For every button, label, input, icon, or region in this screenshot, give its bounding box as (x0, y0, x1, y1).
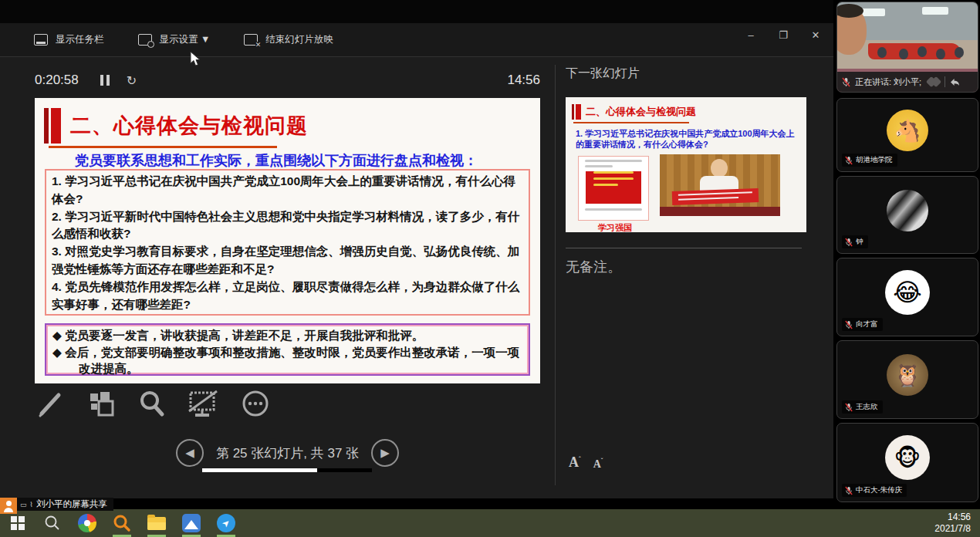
microphone-muted-icon (845, 403, 853, 412)
elapsed-timer: 0:20:58 (35, 73, 79, 88)
next-slide-panel: 下一张幻灯片 二、心得体会与检视问题 1. 学习习近平总书记在庆祝中国共产党成立… (566, 66, 830, 276)
restart-timer-button[interactable]: ↻ (127, 73, 137, 88)
participant-name-tag: 向才富 (842, 318, 883, 331)
notes-placeholder: 无备注。 (566, 258, 830, 276)
participant-video[interactable]: 🐵 中石大-朱传庆 (836, 423, 978, 502)
paper-plane-icon: ➤ (217, 514, 235, 532)
preview-title-underline (573, 122, 689, 123)
screen-share-indicator[interactable]: ▭ ⌇ 刘小平的屏幕共享 (0, 498, 113, 514)
xuexi-qiangguo-label: 学习强国 (598, 222, 632, 234)
black-screen-icon[interactable] (188, 389, 220, 421)
next-slide-heading: 下一张幻灯片 (566, 66, 830, 82)
display-settings-icon (138, 34, 152, 46)
meeting-watermark-icon (928, 78, 940, 86)
panel-divider (555, 65, 556, 485)
checklist-item: 1. 学习习近平总书记在庆祝中国共产党成立100周年大会上的重要讲话情况，有什么… (52, 173, 523, 208)
pause-timer-button[interactable] (100, 75, 110, 86)
close-button[interactable]: ✕ (809, 29, 823, 41)
more-options-icon[interactable] (241, 389, 270, 421)
search-app-button[interactable] (110, 509, 133, 537)
search-icon (44, 515, 61, 532)
microphone-muted-icon (845, 320, 853, 329)
slide-navigation: ◀ 第 25 张幻灯片, 共 37 张 ▶ (35, 439, 540, 467)
participant-name-tag: 胡港地学院 (842, 154, 897, 167)
slideshow-progress-bar (202, 468, 372, 472)
increase-font-button[interactable]: Aˆ (569, 454, 581, 471)
meeting-app-button[interactable]: ➤ (215, 509, 238, 537)
checklist-item: 2. 学习习近平新时代中国特色社会主义思想和党中央指定学习材料情况，读了多少，有… (52, 208, 523, 244)
current-slide: 二、心得体会与检视问题 党员要联系思想和工作实际，重点围绕以下方面进行盘点和检视… (35, 98, 540, 383)
participant-name: 王志欣 (856, 402, 878, 412)
checklist-item: 3. 对照党史学习教育目标要求，自身在坚定理想信念、增强历史自觉、弘扬优良传统、… (52, 243, 523, 279)
file-explorer-button[interactable] (145, 509, 168, 537)
previous-slide-button[interactable]: ◀ (176, 439, 204, 467)
next-slide-button[interactable]: ▶ (371, 439, 399, 467)
slide-subtitle: 党员要联系思想和工作实际，重点围绕以下方面进行盘点和检视： (75, 151, 478, 170)
folder-icon (147, 517, 166, 530)
title-accent-bar (44, 108, 49, 144)
active-speaker-video[interactable]: 正在讲话: 刘小平; (836, 2, 978, 93)
taskbar-time: 14:56 (934, 512, 971, 523)
decrease-font-button[interactable]: Aˇ (593, 458, 603, 471)
preview-speaker-photo (660, 154, 780, 216)
participant-video[interactable]: 😂 向才富 (836, 258, 978, 336)
photos-app-button[interactable] (180, 509, 203, 537)
participant-name-tag: 中石大-朱传庆 (842, 484, 907, 497)
avatar-owl-photo: 🦉 (887, 354, 928, 396)
current-time: 14:56 (507, 73, 540, 88)
avatar-monkey-cartoon: 🐵 (885, 435, 930, 480)
windows-logo-icon (11, 516, 25, 530)
end-slideshow-icon (244, 34, 258, 46)
checklist-box: 1. 学习习近平总书记在庆祝中国共产党成立100周年大会上的重要讲话情况，有什么… (45, 169, 530, 316)
speaking-label: 正在讲话: 刘小平; (855, 76, 921, 88)
microphone-muted-icon (842, 77, 850, 87)
preview-slide-text: 1. 学习习近平总书记在庆祝中国共产党成立100周年大会上的重要讲话情况，有什么… (576, 128, 798, 150)
title-accent-bar (51, 108, 61, 144)
preview-accent-bars (572, 104, 581, 120)
restore-button[interactable]: ❐ (776, 29, 790, 41)
pen-tool-icon[interactable] (37, 389, 66, 421)
checklist-item: 4. 党员先锋模范作用发挥怎么样，立足岗位、履职尽责做得怎么样，为身边群众做了什… (52, 279, 523, 314)
display-settings-button[interactable]: 显示设置 ▼ (138, 33, 211, 46)
mouse-cursor-icon (190, 51, 201, 70)
requirement-item: ◆ 党员要逐一发言，讲收获提高，讲差距不足，开展自我批评和批评。 (52, 327, 522, 344)
preview-slide-title: 二、心得体会与检视问题 (586, 105, 696, 119)
requirement-item: ◆ 会后，党支部要明确整改事项和整改措施、整改时限，党员要作出整改承诺，一项一项… (52, 344, 522, 377)
participant-video[interactable]: 🐴 胡港地学院 (836, 98, 978, 172)
participant-video[interactable]: 钟 (836, 176, 978, 254)
notes-font-controls: Aˆ Aˇ (569, 454, 603, 471)
zoom-slide-icon[interactable] (137, 389, 167, 421)
window-controls: – ❐ ✕ (744, 23, 829, 46)
end-slideshow-label: 结束幻灯片放映 (265, 33, 333, 46)
end-slideshow-button[interactable]: 结束幻灯片放映 (244, 33, 333, 46)
notes-divider (566, 248, 802, 248)
window-top-strip (0, 0, 833, 23)
microphone-muted-icon (845, 486, 853, 495)
taskbar-date: 2021/7/8 (934, 523, 971, 535)
slide-title-block: 二、心得体会与检视问题 (44, 108, 308, 144)
slide-position-label: 第 25 张幻灯片, 共 37 张 (216, 444, 359, 462)
title-underline (49, 146, 277, 148)
microphone-muted-icon (845, 238, 853, 247)
participant-video[interactable]: 🦉 王志欣 (836, 340, 978, 419)
requirements-box: ◆ 党员要逐一发言，讲收获提高，讲差距不足，开展自我批评和批评。 ◆ 会后，党支… (45, 323, 530, 376)
avatar-bw-photo (887, 190, 928, 231)
microphone-muted-icon (845, 156, 853, 165)
speaking-status-bar: 正在讲话: 刘小平; (837, 72, 978, 92)
participant-name: 向才富 (856, 319, 878, 329)
share-label-text: 刘小平的屏幕共享 (36, 498, 107, 510)
reply-arrow-icon[interactable] (950, 78, 960, 86)
display-settings-label: 显示设置 ▼ (160, 33, 211, 46)
windows-taskbar: ➤ 14:56 2021/7/8 (0, 509, 980, 537)
show-taskbar-button[interactable]: 显示任务栏 (34, 33, 104, 46)
slide-title: 二、心得体会与检视问题 (70, 112, 308, 140)
taskbar-icon (34, 34, 48, 46)
see-all-slides-icon[interactable] (87, 389, 117, 421)
presenter-view-window: 显示任务栏 显示设置 ▼ 结束幻灯片放映 – ❐ ✕ 0:20:58 ↻ 1 (0, 0, 833, 498)
mountain-app-icon (182, 514, 201, 532)
minimize-button[interactable]: – (744, 29, 758, 41)
taskbar-clock[interactable]: 14:56 2021/7/8 (934, 512, 971, 535)
screen: 显示任务栏 显示设置 ▼ 结束幻灯片放映 – ❐ ✕ 0:20:58 ↻ 1 (0, 0, 980, 537)
participant-name: 钟 (856, 237, 863, 247)
preview-app-screenshot (578, 156, 649, 221)
